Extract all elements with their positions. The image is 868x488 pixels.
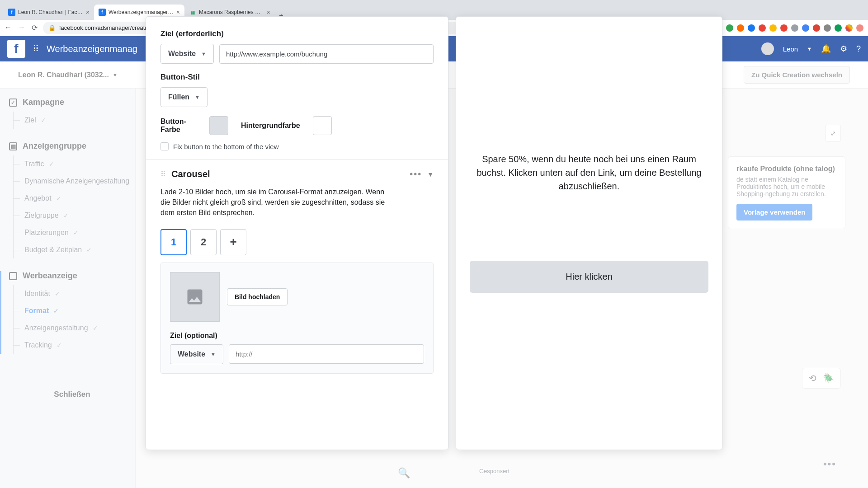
preview-cta-button[interactable]: Hier klicken bbox=[470, 261, 708, 293]
close-icon[interactable]: × bbox=[86, 9, 90, 16]
carousel-tab-1[interactable]: 1 bbox=[160, 229, 187, 255]
tab-title: Werbeanzeigenmanager – Cre bbox=[108, 9, 174, 15]
ziel-optional-label: Ziel (optional) bbox=[170, 332, 424, 340]
chevron-down-icon: ▼ bbox=[211, 352, 216, 357]
button-stil-label: Button-Stil bbox=[160, 73, 434, 82]
editor-modal: Ziel (erforderlich) Website ▼ Button-Sti… bbox=[0, 25, 868, 488]
fix-button-checkbox-row[interactable]: Fix button to the bottom of the view bbox=[160, 142, 434, 150]
more-icon[interactable]: ••• bbox=[410, 169, 422, 179]
tab-title: Macarons Raspberries Pastrie bbox=[199, 9, 264, 15]
close-icon[interactable]: × bbox=[176, 9, 180, 16]
carousel-tab-2[interactable]: 2 bbox=[190, 229, 217, 255]
ziel-optional-input[interactable] bbox=[229, 344, 424, 364]
preview-header-area bbox=[456, 17, 722, 125]
select-value: Website bbox=[168, 50, 196, 58]
carousel-title: Carousel bbox=[171, 169, 404, 179]
carousel-description: Lade 2-10 Bilder hoch, um sie im Carouse… bbox=[160, 187, 396, 218]
select-value: Website bbox=[178, 350, 205, 358]
sheets-favicon: ▦ bbox=[189, 9, 196, 16]
chevron-down-icon: ▼ bbox=[195, 94, 200, 100]
editor-form-panel: Ziel (erforderlich) Website ▼ Button-Sti… bbox=[146, 16, 448, 450]
image-placeholder[interactable] bbox=[170, 272, 220, 322]
drag-handle-icon[interactable]: ⠿ bbox=[160, 170, 166, 178]
close-icon[interactable]: × bbox=[267, 9, 270, 16]
button-color-swatch[interactable] bbox=[209, 116, 228, 135]
upload-image-button[interactable]: Bild hochladen bbox=[227, 288, 288, 305]
carousel-add-tab[interactable]: + bbox=[220, 229, 246, 255]
divider bbox=[146, 160, 448, 160]
button-stil-select[interactable]: Füllen ▼ bbox=[160, 87, 208, 107]
carousel-card: Bild hochladen Ziel (optional) Website ▼ bbox=[160, 263, 434, 374]
tab-title: Leon R. Chaudhari | Facebook bbox=[18, 9, 83, 15]
ziel-optional-select[interactable]: Website ▼ bbox=[170, 344, 223, 364]
button-farbe-label: Button-Farbe bbox=[160, 117, 197, 134]
hintergrund-label: Hintergrundfarbe bbox=[241, 122, 300, 130]
checkbox-label: Fix button to the bottom of the view bbox=[173, 143, 278, 150]
browser-tab[interactable]: f Leon R. Chaudhari | Facebook × bbox=[4, 5, 94, 20]
chevron-down-icon[interactable]: ▼ bbox=[427, 171, 434, 178]
chevron-down-icon: ▼ bbox=[201, 51, 206, 56]
select-value: Füllen bbox=[168, 93, 189, 101]
preview-panel: Spare 50%, wenn du heute noch bei uns ei… bbox=[456, 16, 722, 450]
image-icon bbox=[185, 287, 205, 307]
facebook-favicon: f bbox=[8, 9, 15, 16]
bg-color-swatch[interactable] bbox=[313, 116, 332, 135]
preview-text: Spare 50%, wenn du heute noch bei uns ei… bbox=[470, 152, 708, 193]
ziel-label: Ziel (erforderlich) bbox=[160, 29, 434, 38]
ziel-url-input[interactable] bbox=[219, 44, 434, 64]
checkbox-icon[interactable] bbox=[160, 142, 169, 150]
ziel-type-select[interactable]: Website ▼ bbox=[160, 44, 214, 64]
facebook-favicon: f bbox=[99, 9, 106, 16]
